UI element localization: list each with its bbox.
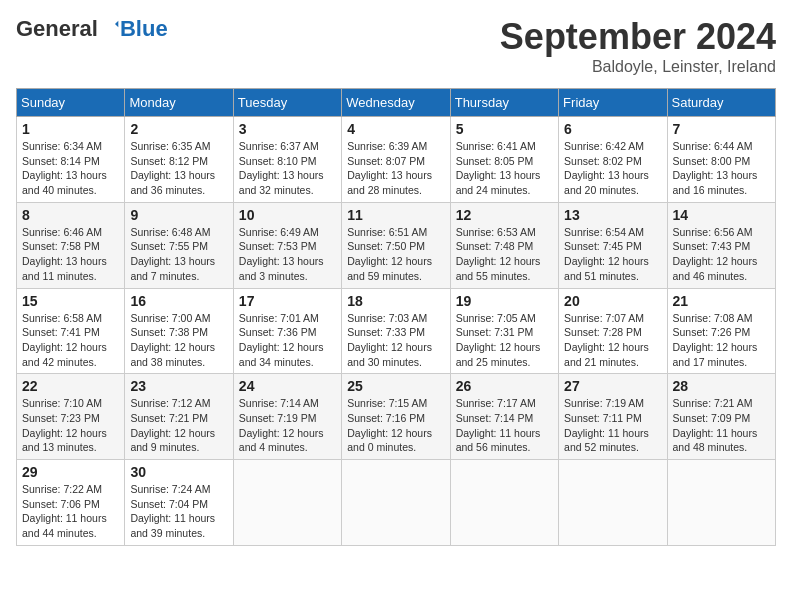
calendar-week-3: 15 Sunrise: 6:58 AMSunset: 7:41 PMDaylig… — [17, 288, 776, 374]
day-number: 5 — [456, 121, 553, 137]
day-number: 4 — [347, 121, 444, 137]
day-number: 3 — [239, 121, 336, 137]
day-info: Sunrise: 7:00 AMSunset: 7:38 PMDaylight:… — [130, 312, 215, 368]
weekday-header-sunday: Sunday — [17, 89, 125, 117]
day-number: 8 — [22, 207, 119, 223]
day-number: 29 — [22, 464, 119, 480]
calendar-cell: 8 Sunrise: 6:46 AMSunset: 7:58 PMDayligh… — [17, 202, 125, 288]
day-number: 24 — [239, 378, 336, 394]
day-info: Sunrise: 7:12 AMSunset: 7:21 PMDaylight:… — [130, 397, 215, 453]
calendar-cell: 17 Sunrise: 7:01 AMSunset: 7:36 PMDaylig… — [233, 288, 341, 374]
day-info: Sunrise: 6:53 AMSunset: 7:48 PMDaylight:… — [456, 226, 541, 282]
day-number: 22 — [22, 378, 119, 394]
logo: GeneralBlue — [16, 16, 168, 42]
calendar-cell: 21 Sunrise: 7:08 AMSunset: 7:26 PMDaylig… — [667, 288, 775, 374]
day-info: Sunrise: 7:14 AMSunset: 7:19 PMDaylight:… — [239, 397, 324, 453]
calendar-cell: 1 Sunrise: 6:34 AMSunset: 8:14 PMDayligh… — [17, 117, 125, 203]
day-info: Sunrise: 6:35 AMSunset: 8:12 PMDaylight:… — [130, 140, 215, 196]
month-title: September 2024 — [500, 16, 776, 58]
weekday-header-friday: Friday — [559, 89, 667, 117]
calendar-cell: 18 Sunrise: 7:03 AMSunset: 7:33 PMDaylig… — [342, 288, 450, 374]
calendar-cell: 3 Sunrise: 6:37 AMSunset: 8:10 PMDayligh… — [233, 117, 341, 203]
calendar-cell: 30 Sunrise: 7:24 AMSunset: 7:04 PMDaylig… — [125, 460, 233, 546]
day-number: 23 — [130, 378, 227, 394]
calendar-cell: 14 Sunrise: 6:56 AMSunset: 7:43 PMDaylig… — [667, 202, 775, 288]
day-info: Sunrise: 7:01 AMSunset: 7:36 PMDaylight:… — [239, 312, 324, 368]
calendar-table: SundayMondayTuesdayWednesdayThursdayFrid… — [16, 88, 776, 546]
calendar-cell: 13 Sunrise: 6:54 AMSunset: 7:45 PMDaylig… — [559, 202, 667, 288]
calendar-cell: 20 Sunrise: 7:07 AMSunset: 7:28 PMDaylig… — [559, 288, 667, 374]
day-info: Sunrise: 7:05 AMSunset: 7:31 PMDaylight:… — [456, 312, 541, 368]
day-info: Sunrise: 7:24 AMSunset: 7:04 PMDaylight:… — [130, 483, 215, 539]
calendar-cell: 19 Sunrise: 7:05 AMSunset: 7:31 PMDaylig… — [450, 288, 558, 374]
day-number: 30 — [130, 464, 227, 480]
day-number: 27 — [564, 378, 661, 394]
day-number: 20 — [564, 293, 661, 309]
day-info: Sunrise: 6:58 AMSunset: 7:41 PMDaylight:… — [22, 312, 107, 368]
day-number: 12 — [456, 207, 553, 223]
day-number: 15 — [22, 293, 119, 309]
calendar-week-2: 8 Sunrise: 6:46 AMSunset: 7:58 PMDayligh… — [17, 202, 776, 288]
day-number: 28 — [673, 378, 770, 394]
day-number: 11 — [347, 207, 444, 223]
day-info: Sunrise: 7:08 AMSunset: 7:26 PMDaylight:… — [673, 312, 758, 368]
calendar-week-4: 22 Sunrise: 7:10 AMSunset: 7:23 PMDaylig… — [17, 374, 776, 460]
calendar-cell — [342, 460, 450, 546]
calendar-week-1: 1 Sunrise: 6:34 AMSunset: 8:14 PMDayligh… — [17, 117, 776, 203]
calendar-cell: 2 Sunrise: 6:35 AMSunset: 8:12 PMDayligh… — [125, 117, 233, 203]
day-info: Sunrise: 6:56 AMSunset: 7:43 PMDaylight:… — [673, 226, 758, 282]
calendar-cell: 7 Sunrise: 6:44 AMSunset: 8:00 PMDayligh… — [667, 117, 775, 203]
calendar-cell: 23 Sunrise: 7:12 AMSunset: 7:21 PMDaylig… — [125, 374, 233, 460]
calendar-cell: 12 Sunrise: 6:53 AMSunset: 7:48 PMDaylig… — [450, 202, 558, 288]
calendar-cell: 29 Sunrise: 7:22 AMSunset: 7:06 PMDaylig… — [17, 460, 125, 546]
day-number: 25 — [347, 378, 444, 394]
weekday-header-monday: Monday — [125, 89, 233, 117]
calendar-cell — [233, 460, 341, 546]
day-number: 2 — [130, 121, 227, 137]
weekday-header-tuesday: Tuesday — [233, 89, 341, 117]
calendar-cell: 6 Sunrise: 6:42 AMSunset: 8:02 PMDayligh… — [559, 117, 667, 203]
calendar-cell: 22 Sunrise: 7:10 AMSunset: 7:23 PMDaylig… — [17, 374, 125, 460]
day-number: 17 — [239, 293, 336, 309]
calendar-cell: 10 Sunrise: 6:49 AMSunset: 7:53 PMDaylig… — [233, 202, 341, 288]
day-info: Sunrise: 7:21 AMSunset: 7:09 PMDaylight:… — [673, 397, 758, 453]
weekday-header-saturday: Saturday — [667, 89, 775, 117]
day-number: 7 — [673, 121, 770, 137]
calendar-cell: 15 Sunrise: 6:58 AMSunset: 7:41 PMDaylig… — [17, 288, 125, 374]
weekday-header-thursday: Thursday — [450, 89, 558, 117]
page-header: GeneralBlue September 2024 Baldoyle, Lei… — [16, 16, 776, 76]
day-info: Sunrise: 7:19 AMSunset: 7:11 PMDaylight:… — [564, 397, 649, 453]
day-info: Sunrise: 7:03 AMSunset: 7:33 PMDaylight:… — [347, 312, 432, 368]
day-number: 26 — [456, 378, 553, 394]
calendar-cell: 4 Sunrise: 6:39 AMSunset: 8:07 PMDayligh… — [342, 117, 450, 203]
calendar-cell — [667, 460, 775, 546]
calendar-cell: 26 Sunrise: 7:17 AMSunset: 7:14 PMDaylig… — [450, 374, 558, 460]
day-number: 16 — [130, 293, 227, 309]
calendar-cell: 9 Sunrise: 6:48 AMSunset: 7:55 PMDayligh… — [125, 202, 233, 288]
day-info: Sunrise: 7:22 AMSunset: 7:06 PMDaylight:… — [22, 483, 107, 539]
calendar-cell: 25 Sunrise: 7:15 AMSunset: 7:16 PMDaylig… — [342, 374, 450, 460]
logo-blue: Blue — [120, 16, 168, 42]
day-number: 1 — [22, 121, 119, 137]
day-info: Sunrise: 7:07 AMSunset: 7:28 PMDaylight:… — [564, 312, 649, 368]
day-info: Sunrise: 6:46 AMSunset: 7:58 PMDaylight:… — [22, 226, 107, 282]
day-number: 10 — [239, 207, 336, 223]
calendar-cell: 28 Sunrise: 7:21 AMSunset: 7:09 PMDaylig… — [667, 374, 775, 460]
day-info: Sunrise: 6:37 AMSunset: 8:10 PMDaylight:… — [239, 140, 324, 196]
day-info: Sunrise: 6:54 AMSunset: 7:45 PMDaylight:… — [564, 226, 649, 282]
day-number: 9 — [130, 207, 227, 223]
day-number: 19 — [456, 293, 553, 309]
day-info: Sunrise: 6:39 AMSunset: 8:07 PMDaylight:… — [347, 140, 432, 196]
day-info: Sunrise: 6:41 AMSunset: 8:05 PMDaylight:… — [456, 140, 541, 196]
calendar-cell — [559, 460, 667, 546]
day-number: 18 — [347, 293, 444, 309]
calendar-cell: 11 Sunrise: 6:51 AMSunset: 7:50 PMDaylig… — [342, 202, 450, 288]
calendar-cell: 16 Sunrise: 7:00 AMSunset: 7:38 PMDaylig… — [125, 288, 233, 374]
calendar-week-5: 29 Sunrise: 7:22 AMSunset: 7:06 PMDaylig… — [17, 460, 776, 546]
day-info: Sunrise: 6:49 AMSunset: 7:53 PMDaylight:… — [239, 226, 324, 282]
day-info: Sunrise: 6:48 AMSunset: 7:55 PMDaylight:… — [130, 226, 215, 282]
title-block: September 2024 Baldoyle, Leinster, Irela… — [500, 16, 776, 76]
day-info: Sunrise: 6:44 AMSunset: 8:00 PMDaylight:… — [673, 140, 758, 196]
calendar-cell — [450, 460, 558, 546]
location-title: Baldoyle, Leinster, Ireland — [500, 58, 776, 76]
